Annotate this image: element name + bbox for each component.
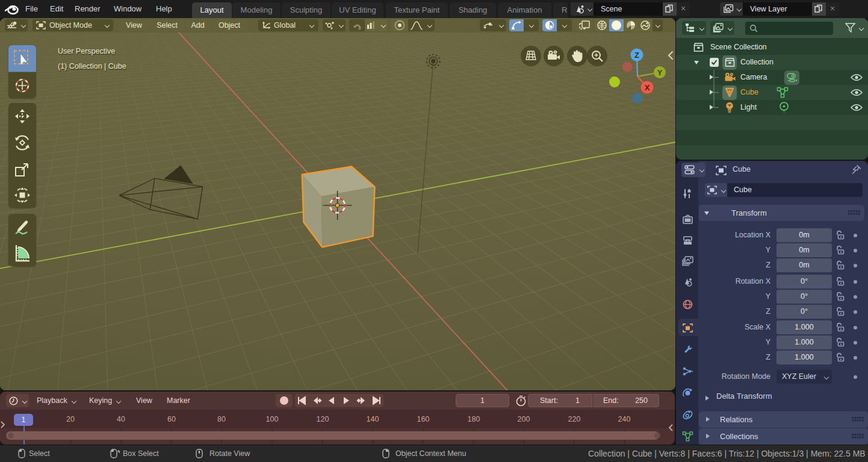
svg-text:X: X [645,83,650,92]
svg-text:Y: Y [657,68,663,77]
svg-text:Z: Z [634,51,639,60]
